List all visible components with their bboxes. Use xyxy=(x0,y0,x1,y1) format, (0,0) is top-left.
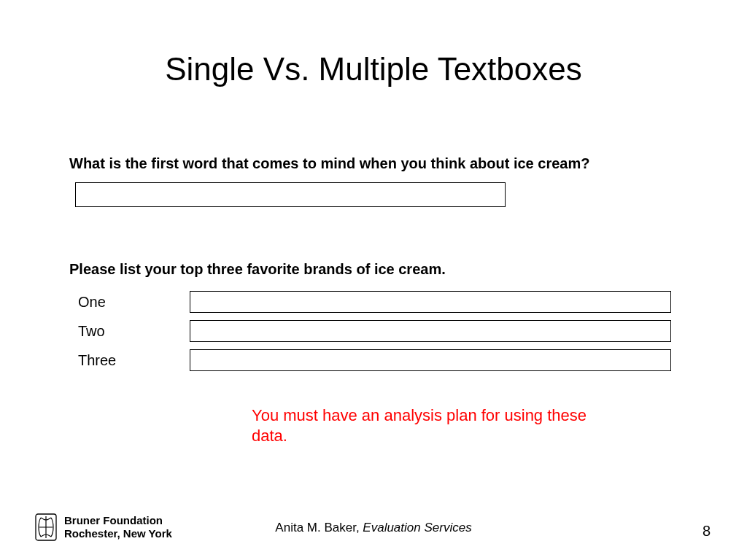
author-name: Anita M. Baker, xyxy=(275,521,363,534)
row-label-two: Two xyxy=(69,323,190,340)
question-multiple-textbox: Please list your top three favorite bran… xyxy=(69,261,696,378)
question2-label: Please list your top three favorite bran… xyxy=(69,261,696,278)
question1-input[interactable] xyxy=(75,182,506,207)
footer: Bruner Foundation Rochester, New York An… xyxy=(0,505,747,541)
slide-title: Single Vs. Multiple Textboxes xyxy=(0,51,747,88)
footer-author: Anita M. Baker, Evaluation Services xyxy=(0,521,747,535)
row-input-three[interactable] xyxy=(190,349,671,371)
question2-rows: One Two Three xyxy=(69,291,696,371)
row-label-one: One xyxy=(69,294,190,311)
row-label-three: Three xyxy=(69,352,190,369)
slide: Single Vs. Multiple Textboxes What is th… xyxy=(0,0,747,560)
question1-label: What is the first word that comes to min… xyxy=(69,155,696,172)
warning-note: You must have an analysis plan for using… xyxy=(252,405,587,446)
question-single-textbox: What is the first word that comes to min… xyxy=(69,155,696,207)
author-affiliation: Evaluation Services xyxy=(363,521,471,534)
question2-row: One xyxy=(69,291,696,313)
question2-row: Two xyxy=(69,320,696,342)
question2-row: Three xyxy=(69,349,696,371)
row-input-one[interactable] xyxy=(190,291,671,313)
row-input-two[interactable] xyxy=(190,320,671,342)
page-number: 8 xyxy=(703,523,711,540)
